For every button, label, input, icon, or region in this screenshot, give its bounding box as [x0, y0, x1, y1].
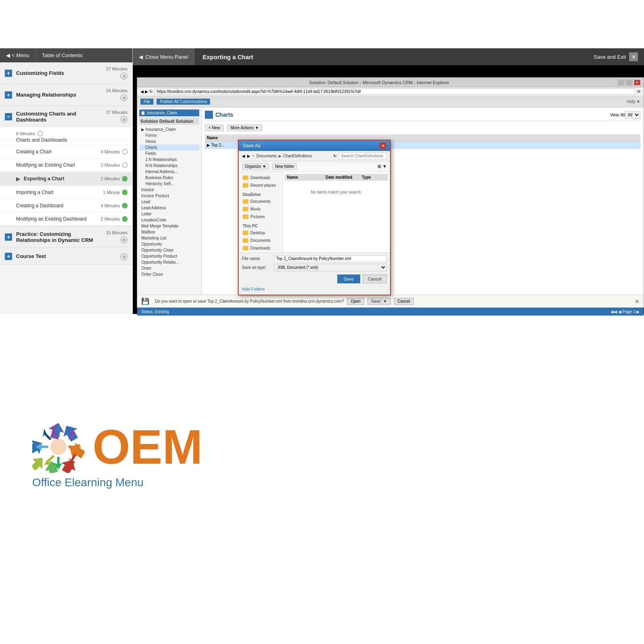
sidebar-item-modifying-dashboard[interactable]: Modifying an Existing Dashboard 2 Minute… [0, 213, 132, 226]
dialog-search-input[interactable] [339, 153, 387, 159]
gear-icon: ⚙ [120, 72, 128, 80]
nav-opportunity-close[interactable]: Opportunity Close [139, 247, 199, 253]
item-label: Importing a Chart [16, 190, 103, 195]
new-folder-button[interactable]: New folder [272, 163, 297, 170]
close-x-icon[interactable]: ✕ [629, 52, 638, 61]
sidebar-item-modifying-chart[interactable]: Modifying an Existing Chart 2 Minutes [0, 159, 132, 172]
view-options[interactable]: ⊞ ▼ [378, 164, 387, 169]
nav-fields[interactable]: Fields [139, 151, 199, 157]
nav-opportunity[interactable]: Opportunity [139, 241, 199, 247]
dialog-left-pictures[interactable]: Pictures [241, 213, 281, 221]
folder-icon [243, 183, 248, 188]
dialog-left-downloads[interactable]: Downloads [241, 174, 281, 182]
hide-folders-link[interactable]: Hide Folders [242, 287, 265, 291]
nav-lead[interactable]: Lead [139, 199, 199, 205]
item-label: Modifying an Existing Dashboard [16, 216, 101, 222]
maximize-button[interactable]: □ [626, 80, 632, 85]
nav-charts[interactable]: Charts [139, 144, 199, 151]
oem-text: OEM [93, 423, 202, 471]
section-header-managing-relationships[interactable]: + Managing Relationships 24 Minutes ⚙ [0, 84, 132, 105]
close-button[interactable]: ✕ [634, 80, 640, 85]
nav-invoice-product[interactable]: Invoice Product [139, 193, 199, 199]
refresh-icon[interactable]: ⟳ [637, 89, 640, 94]
nav-opportunity-product[interactable]: Opportunity Product [139, 253, 199, 259]
charts-title: Charts [215, 111, 233, 118]
nav-mail-merge[interactable]: Mail Merge Template [139, 223, 199, 229]
nav-hierarchy[interactable]: Hierarchy Self... [139, 181, 199, 187]
bottom-section: OEM Office Elearning Menu [0, 314, 644, 596]
address-bar-input[interactable]: https://trondino.crm.dynamics.com/tools/… [155, 89, 635, 95]
ie-open-button[interactable]: Open [347, 298, 364, 305]
sidebar-item-charts-dashboards-label-row[interactable]: Charts and Dashboards [0, 137, 132, 145]
section-header-practice[interactable]: + Practice: Customizing Relationships in… [0, 226, 132, 248]
publish-customizations-button[interactable]: Publish All Customizations [157, 99, 210, 105]
sidebar-item-exporting-chart[interactable]: ▶ Exporting a Chart 2 Minutes [0, 172, 132, 186]
nav-internal-address[interactable]: Internal Address... [139, 169, 199, 175]
section-header-customizing-fields[interactable]: + Customizing Fields 27 Minutes ⚙ [0, 62, 132, 84]
menu-button[interactable]: ◀ < Menu [0, 48, 36, 62]
nav-business-rules[interactable]: Business Rules [139, 175, 199, 181]
dialog-save-button[interactable]: Save [337, 275, 360, 283]
dialog-left-desktop[interactable]: Desktop [241, 229, 281, 237]
insurance-icon: 📋 [140, 111, 145, 115]
path-child: ChartDefinitions [283, 154, 312, 158]
nav-views[interactable]: Views [139, 138, 199, 144]
dialog-left-panel: Downloads Recent places OneDrive [239, 172, 283, 252]
ie-close-bar-button[interactable]: ✕ [635, 298, 640, 305]
new-chart-button[interactable]: + New [205, 124, 224, 131]
filetype-select[interactable]: XML Document (*.xml) [274, 264, 387, 271]
section-header-course-test[interactable]: + Course Test ⚙ [0, 248, 132, 264]
ie-save-button[interactable]: Save ▼ [367, 298, 391, 305]
section-course-test: + Course Test ⚙ [0, 248, 132, 265]
nav-order-close[interactable]: Order Close [139, 271, 199, 277]
dialog-close-button[interactable]: ✕ [380, 142, 386, 149]
section-header-customizing-charts[interactable]: − Customizing Charts and Dashboards 27 M… [0, 106, 132, 127]
nav-marketing-list[interactable]: Marketing List [139, 235, 199, 241]
section-meta: 27 Minutes ⚙ [106, 110, 128, 123]
nav-letter[interactable]: Letter [139, 211, 199, 217]
ie-cancel-button[interactable]: Cancel [394, 298, 414, 305]
view-select[interactable]: All [625, 111, 640, 119]
nav-tree: 📋 Insurance_Claim Solution Default Solut… [137, 107, 202, 308]
dialog-left-recent-places[interactable]: Recent places [241, 182, 281, 189]
sidebar-item-creating-dashboard[interactable]: Creating a Dashboard 4 Minutes [0, 199, 132, 213]
nav-1n-relationships[interactable]: 1:N Relationships [139, 157, 199, 163]
refresh-icon[interactable]: ↻ [333, 154, 336, 158]
dialog-right-header: Name Date modified Type [285, 174, 388, 181]
dialog-cancel-button[interactable]: Cancel [363, 275, 387, 283]
back-icon[interactable]: ◀ [242, 154, 245, 158]
content-title: Exporting a Chart [194, 54, 588, 60]
dialog-left-documents[interactable]: Documents [241, 198, 281, 205]
forward-icon[interactable]: ▶ [247, 154, 250, 158]
dialog-right-panel: Name Date modified Type No items match y… [283, 172, 390, 252]
organize-button[interactable]: Organize ▼ [242, 163, 269, 170]
toc-button[interactable]: Table of Contents [36, 48, 132, 62]
nav-insurance-claim[interactable]: ▶ Insurance_Claim [139, 126, 199, 132]
minimize-button[interactable]: − [618, 80, 624, 85]
nav-lead-address[interactable]: Lead Address [139, 205, 199, 211]
sidebar-item-creating-chart[interactable]: Creating a Chart 4 Minutes [0, 145, 132, 159]
close-menu-button[interactable]: ◀ Close Menu Panel [133, 48, 194, 65]
browser-controls: − □ ✕ [618, 80, 640, 85]
dialog-left-documents-pc[interactable]: Documents [241, 237, 281, 244]
file-button[interactable]: File [140, 99, 153, 105]
up-icon[interactable]: ↑ [252, 154, 254, 158]
nav-order[interactable]: Order [139, 265, 199, 271]
nav-mailbox[interactable]: Mailbox [139, 229, 199, 235]
more-actions-button[interactable]: More Actions ▼ [227, 124, 262, 131]
nav-nn-relationships[interactable]: N:N Relationships [139, 163, 199, 169]
save-exit-button[interactable]: Save and Exit ✕ [588, 48, 644, 65]
this-pc-header: This PC [241, 223, 281, 229]
save-dialog-titlebar: Save As ✕ [239, 140, 390, 151]
dialog-left-downloads-pc[interactable]: Downloads [241, 244, 281, 252]
nav-opportunity-relatio[interactable]: Opportunity Relatio... [139, 259, 199, 265]
dialog-left-music[interactable]: Music [241, 205, 281, 213]
help-link[interactable]: Help ▼ [627, 99, 640, 104]
nav-invoice[interactable]: Invoice [139, 187, 199, 193]
filename-row: File name: [242, 255, 387, 262]
filename-input[interactable] [274, 255, 387, 262]
item-minutes: 2 Minutes [101, 163, 120, 167]
nav-forms[interactable]: Forms [139, 132, 199, 138]
sidebar-item-importing-chart[interactable]: Importing a Chart 1 Minute [0, 186, 132, 199]
nav-location-code[interactable]: LocationCode [139, 217, 199, 223]
